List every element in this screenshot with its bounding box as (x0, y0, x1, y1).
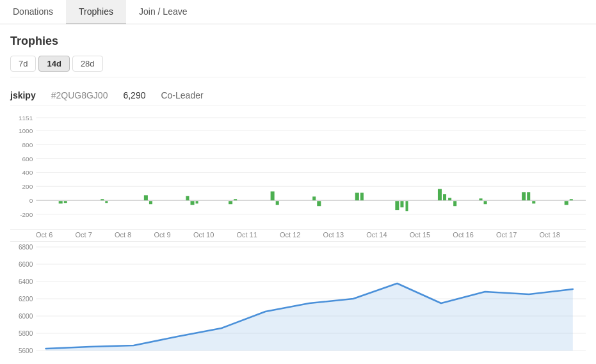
svg-rect-39 (448, 198, 451, 200)
svg-rect-26 (229, 201, 232, 204)
svg-text:600: 600 (22, 155, 33, 162)
svg-rect-27 (234, 199, 237, 200)
svg-text:6200: 6200 (19, 296, 33, 303)
svg-rect-25 (196, 201, 198, 203)
member-tag: #2QUG8GJ00 (51, 90, 108, 100)
svg-rect-37 (438, 189, 442, 200)
svg-rect-21 (144, 195, 148, 200)
svg-rect-46 (565, 201, 568, 205)
svg-text:1151: 1151 (19, 115, 33, 122)
bar-x-oct16: Oct 16 (453, 231, 473, 239)
bar-x-oct14: Oct 14 (366, 231, 387, 239)
member-role: Co-Leader (161, 90, 203, 100)
bar-x-oct11: Oct 11 (236, 231, 257, 239)
bar-chart-svg: 1151 1000 800 600 400 200 0 -200 (10, 111, 586, 229)
svg-rect-43 (522, 192, 526, 200)
period-28d[interactable]: 28d (72, 56, 103, 72)
bar-x-oct8: Oct 8 (115, 231, 131, 239)
member-name: jskipy (10, 90, 36, 100)
svg-rect-32 (355, 193, 359, 200)
member-trophies: 6,290 (123, 90, 145, 100)
tab-trophies[interactable]: Trophies (66, 0, 126, 24)
svg-rect-19 (101, 199, 104, 200)
bar-x-oct18: Oct 18 (540, 231, 560, 239)
svg-rect-42 (484, 201, 487, 204)
svg-text:1000: 1000 (19, 127, 33, 134)
svg-rect-28 (271, 191, 275, 200)
section-title: Trophies (10, 35, 586, 48)
svg-rect-36 (405, 201, 408, 211)
svg-rect-34 (395, 201, 399, 210)
svg-rect-44 (527, 192, 530, 200)
svg-text:5800: 5800 (19, 330, 33, 337)
bar-chart: 1151 1000 800 600 400 200 0 -200 (10, 111, 586, 230)
period-14d[interactable]: 14d (38, 56, 69, 72)
svg-rect-47 (570, 199, 573, 200)
svg-text:6800: 6800 (19, 244, 33, 251)
svg-rect-30 (312, 196, 316, 200)
svg-text:-200: -200 (20, 211, 33, 218)
svg-rect-17 (59, 201, 63, 203)
svg-text:6400: 6400 (19, 278, 33, 285)
svg-rect-18 (64, 201, 67, 203)
svg-rect-22 (149, 201, 152, 204)
svg-rect-45 (532, 201, 535, 203)
period-selector: 7d 14d 28d (10, 56, 586, 77)
svg-rect-38 (443, 194, 446, 200)
bar-x-oct10: Oct 10 (193, 231, 214, 239)
line-chart-x-axis: Oct 6 Oct 7 Oct 8 Oct 9 Oct 10 Oct 11 Oc… (10, 360, 586, 364)
period-7d[interactable]: 7d (10, 56, 36, 72)
bar-x-oct15: Oct 15 (410, 231, 430, 239)
svg-text:6000: 6000 (19, 313, 33, 320)
charts-container: 1151 1000 800 600 400 200 0 -200 (10, 111, 586, 364)
svg-rect-24 (191, 201, 195, 205)
svg-rect-23 (186, 196, 189, 200)
bar-x-oct6: Oct 6 (36, 231, 52, 239)
tab-join-leave[interactable]: Join / Leave (126, 0, 200, 24)
svg-rect-35 (400, 201, 403, 207)
bar-x-oct9: Oct 9 (154, 231, 170, 239)
bar-x-oct17: Oct 17 (496, 231, 517, 239)
svg-text:0: 0 (29, 197, 33, 204)
bar-x-oct13: Oct 13 (323, 231, 344, 239)
tab-donations[interactable]: Donations (0, 0, 66, 24)
main-content: Trophies 7d 14d 28d jskipy #2QUG8GJ00 6,… (0, 24, 596, 364)
svg-rect-41 (479, 198, 483, 200)
svg-text:5600: 5600 (19, 347, 33, 354)
svg-text:6600: 6600 (19, 261, 33, 268)
bar-x-oct12: Oct 12 (280, 231, 300, 239)
svg-text:200: 200 (22, 183, 33, 190)
svg-rect-40 (453, 201, 456, 206)
svg-rect-29 (276, 201, 279, 205)
bar-x-oct7: Oct 7 (75, 231, 92, 239)
bar-chart-x-axis: Oct 6 Oct 7 Oct 8 Oct 9 Oct 10 Oct 11 Oc… (10, 230, 586, 242)
svg-rect-31 (317, 201, 321, 206)
line-chart: 6800 6600 6400 6200 6000 5800 5600 (10, 242, 586, 360)
line-chart-svg: 6800 6600 6400 6200 6000 5800 5600 (10, 242, 586, 360)
tab-bar: Donations Trophies Join / Leave (0, 0, 596, 24)
svg-rect-33 (360, 193, 364, 200)
svg-rect-20 (105, 201, 108, 203)
member-info-row: jskipy #2QUG8GJ00 6,290 Co-Leader (10, 85, 586, 106)
svg-text:800: 800 (22, 141, 33, 148)
svg-text:400: 400 (22, 170, 33, 177)
